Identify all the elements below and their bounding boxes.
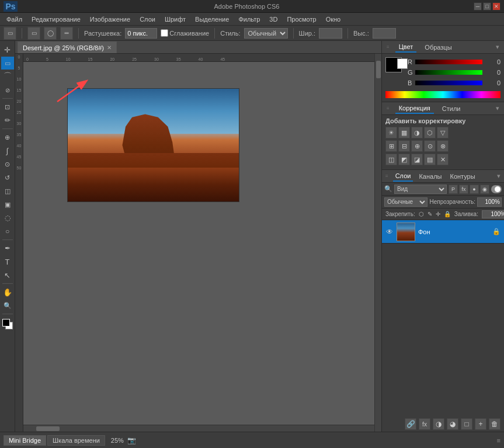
delete-layer-btn[interactable]: 🗑 [489,418,500,430]
move-tool-btn[interactable]: ✛ [1,43,14,56]
menu-file[interactable]: Файл [2,15,26,24]
background-preview[interactable] [397,58,408,69]
contours-tab[interactable]: Контуры [447,172,477,181]
color-spectrum[interactable] [385,91,500,98]
lock-transparency-btn[interactable]: ⬡ [419,210,424,218]
foreground-color-box[interactable] [2,319,10,327]
menu-filter[interactable]: Фильтр [234,15,264,24]
new-group-btn[interactable]: □ [461,418,472,430]
channel-mixer-btn[interactable]: ⊗ [437,140,449,152]
selection-rect-btn[interactable]: ▭ [27,27,40,40]
close-button[interactable]: ✕ [492,2,500,11]
canvas-tab[interactable]: Desert.jpg @ 25% (RGB/8#) ✕ [18,41,117,53]
samples-tab[interactable]: Образцы [421,43,455,52]
minimize-button[interactable]: ─ [474,2,482,11]
filter-effect-btn[interactable]: fx [459,185,468,194]
hsl-btn[interactable]: ⊞ [385,140,397,152]
layer-visibility-btn[interactable]: 👁 [385,228,394,236]
filter-type-btn[interactable]: P [449,185,458,194]
crop-tool-btn[interactable]: ⊡ [1,100,14,113]
history-brush-btn[interactable]: ↺ [1,171,14,184]
filter-smart-btn[interactable]: ◉ [480,185,489,194]
correction-tab[interactable]: Коррекция [395,103,434,114]
layers-panel-header[interactable]: ≡ Слои Каналы Контуры ▾ [382,170,504,183]
feather-input[interactable] [125,28,157,39]
curves-btn[interactable]: ◑ [411,127,423,138]
lasso-tool-btn[interactable]: ⌒ [1,70,14,83]
path-select-btn[interactable]: ↖ [1,269,14,282]
color-swatches[interactable] [1,318,14,331]
minibridge-tab[interactable]: Mini Bridge [4,435,46,446]
channels-tab[interactable]: Каналы [416,172,444,181]
menu-view[interactable]: Просмотр [283,15,320,24]
link-layers-btn[interactable]: 🔗 [405,418,416,430]
timeline-tab[interactable]: Шкала времени [47,435,105,446]
menu-select[interactable]: Выделение [191,15,233,24]
tab-close-btn[interactable]: ✕ [107,44,112,51]
menu-type[interactable]: Шрифт [161,15,190,24]
lock-position-btn[interactable]: ✛ [436,210,440,218]
dodge-btn[interactable]: ○ [1,225,14,238]
layers-collapse[interactable]: ▾ [497,172,500,180]
pen-btn[interactable]: ✒ [1,242,14,255]
text-btn[interactable]: T [1,255,14,268]
v-scrollbar-thumb[interactable] [376,61,381,78]
width-input[interactable] [319,28,342,39]
selection-tool-btn[interactable]: ▭ [1,57,14,70]
heal-btn[interactable]: ⊕ [1,131,14,144]
photo-filter-btn[interactable]: ⊙ [424,140,436,152]
filter-color-btn[interactable]: ● [470,185,479,194]
lock-all-btn[interactable]: 🔒 [444,210,451,218]
fill-input[interactable] [482,210,504,218]
selection-tool-options[interactable]: ▭ [4,27,16,40]
blur-btn[interactable]: ◌ [1,211,14,224]
styles-tab[interactable]: Стили [439,104,464,113]
menu-window[interactable]: Окно [322,15,345,24]
invert-btn[interactable]: ◫ [385,154,397,165]
h-scrollbar-thumb[interactable] [36,426,60,431]
brightness-btn[interactable]: ☀ [385,127,397,138]
color-balance-btn[interactable]: ⊟ [398,140,410,152]
lock-pixels-btn[interactable]: ✎ [427,210,432,218]
gradient-map-btn[interactable]: ▤ [424,154,436,165]
correction-collapse[interactable]: ▾ [496,105,499,112]
filter-toggle[interactable] [491,185,502,193]
posterize-btn[interactable]: ◩ [398,154,410,165]
color-panel-header[interactable]: ≡ Цвет Образцы ▾ [382,41,504,54]
vibrance-btn[interactable]: ▽ [437,127,449,138]
v-scrollbar[interactable] [374,54,381,432]
new-layer-btn[interactable]: + [475,418,486,430]
layer-row-background[interactable]: 👁 Фон 🔒 [382,220,504,244]
h-scrollbar[interactable] [23,425,374,432]
gradient-btn[interactable]: ▣ [1,198,14,211]
menu-3d[interactable]: 3D [265,15,281,24]
layer-filter-select[interactable]: Вид [394,185,447,194]
selective-color-btn[interactable]: ✕ [437,154,449,165]
height-input[interactable] [373,28,396,39]
eyedropper-btn[interactable]: ✏ [1,114,14,127]
correction-panel-header[interactable]: ≡ Коррекция Стили ▾ [382,102,504,115]
exposure-btn[interactable]: ⬡ [424,127,436,138]
menu-image[interactable]: Изображение [86,15,134,24]
layers-tab[interactable]: Слои [393,171,413,182]
color-panel-collapse[interactable]: ▾ [496,43,499,51]
status-collapse[interactable]: ≡ [497,437,500,444]
hand-btn[interactable]: ✋ [1,286,14,298]
menu-edit[interactable]: Редактирование [27,15,85,24]
selection-row-btn[interactable]: ═ [60,27,73,40]
threshold-btn[interactable]: ◪ [411,154,423,165]
new-fill-btn[interactable]: ◕ [447,418,458,430]
stamp-btn[interactable]: ⊙ [1,158,14,171]
opacity-input[interactable] [477,197,502,207]
eraser-btn[interactable]: ◫ [1,185,14,197]
antialias-checkbox[interactable] [161,29,168,37]
add-style-btn[interactable]: fx [419,418,430,430]
brush-btn[interactable]: ∫ [1,144,14,157]
red-slider[interactable] [415,60,482,64]
bw-btn[interactable]: ⊕ [411,140,423,152]
canvas-viewport[interactable] [23,62,374,425]
levels-btn[interactable]: ▦ [398,127,410,138]
restore-button[interactable]: □ [483,2,491,11]
style-select[interactable]: Обычный [244,28,288,39]
color-tab[interactable]: Цвет [395,42,417,53]
